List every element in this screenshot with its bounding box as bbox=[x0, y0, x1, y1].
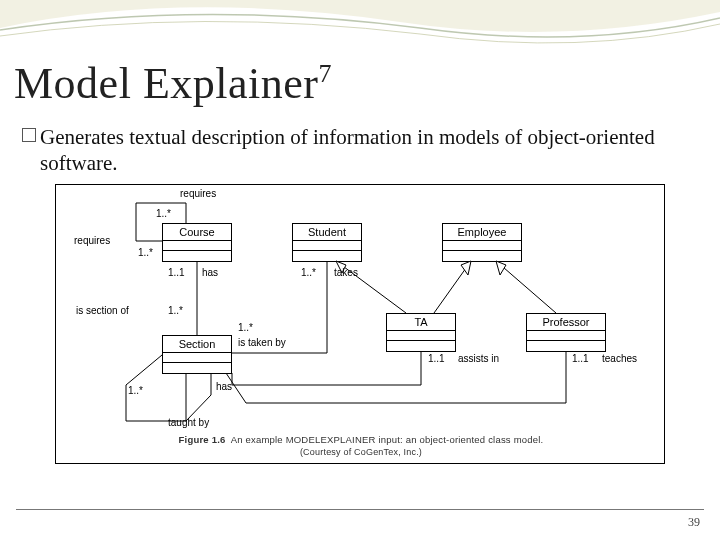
label-mult-1star-a: 1..* bbox=[156, 208, 171, 219]
bullet-text: Generates textual description of informa… bbox=[40, 124, 682, 177]
slide-title: Model Explainer7 bbox=[14, 58, 332, 109]
class-course: Course bbox=[162, 223, 232, 262]
class-student-name: Student bbox=[293, 224, 361, 241]
page-number: 39 bbox=[688, 515, 700, 530]
class-student: Student bbox=[292, 223, 362, 262]
slide-decorative-swoosh bbox=[0, 0, 720, 60]
label-mult-11-c: 1..1 bbox=[572, 353, 589, 364]
label-requires-top: requires bbox=[180, 188, 216, 199]
label-mult-1star-b: 1..* bbox=[138, 247, 153, 258]
label-mult-11-b: 1..1 bbox=[428, 353, 445, 364]
svg-marker-2 bbox=[496, 261, 506, 275]
label-assists-in: assists in bbox=[458, 353, 499, 364]
class-section: Section bbox=[162, 335, 232, 374]
class-section-name: Section bbox=[163, 336, 231, 353]
class-ta-name: TA bbox=[387, 314, 455, 331]
figure-label: Figure 1.6 bbox=[179, 434, 226, 445]
bullet-marker bbox=[22, 128, 36, 142]
label-mult-11-a: 1..1 bbox=[168, 267, 185, 278]
class-employee: Employee bbox=[442, 223, 522, 262]
label-mult-1star-f: 1..* bbox=[128, 385, 143, 396]
label-taught-by: taught by bbox=[168, 417, 209, 428]
label-mult-1star-e: 1..* bbox=[238, 322, 253, 333]
uml-diagram: Course Student Employee Section TA Profe… bbox=[55, 184, 665, 464]
label-is-section-of: is section of bbox=[76, 305, 129, 316]
class-professor: Professor bbox=[526, 313, 606, 352]
class-ta: TA bbox=[386, 313, 456, 352]
label-teaches: teaches bbox=[602, 353, 637, 364]
class-course-name: Course bbox=[163, 224, 231, 241]
figure-caption-sub: (Courtesy of CoGenTex, Inc.) bbox=[56, 447, 666, 457]
label-mult-1star-d: 1..* bbox=[301, 267, 316, 278]
label-has-2: has bbox=[216, 381, 232, 392]
svg-marker-1 bbox=[461, 261, 471, 275]
label-is-taken-by: is taken by bbox=[238, 337, 286, 348]
footer-divider bbox=[16, 509, 704, 510]
label-mult-1star-c: 1..* bbox=[168, 305, 183, 316]
bullet-item: Generates textual description of informa… bbox=[22, 124, 682, 177]
class-professor-name: Professor bbox=[527, 314, 605, 331]
label-requires-left: requires bbox=[74, 235, 110, 246]
label-takes: takes bbox=[334, 267, 358, 278]
title-superscript: 7 bbox=[318, 59, 332, 88]
figure-caption-main: An example MODELEXPLAINER input: an obje… bbox=[231, 434, 544, 445]
class-employee-name: Employee bbox=[443, 224, 521, 241]
title-text: Model Explainer bbox=[14, 59, 318, 108]
figure-caption: Figure 1.6 An example MODELEXPLAINER inp… bbox=[56, 434, 666, 457]
label-has-1: has bbox=[202, 267, 218, 278]
